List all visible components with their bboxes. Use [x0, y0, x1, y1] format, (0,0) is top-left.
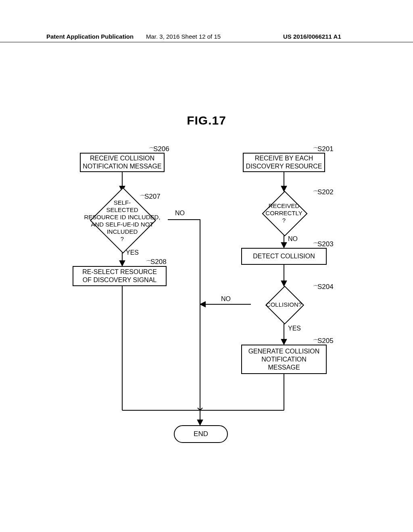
end-text: END — [194, 430, 208, 438]
step-s204-diamond — [265, 286, 304, 324]
step-s206-box: RECEIVE COLLISIONNOTIFICATION MESSAGE — [80, 153, 165, 172]
edge-s207-no: NO — [175, 210, 185, 217]
leader-icon: ⌒ — [146, 260, 151, 267]
header-date-sheet: Mar. 3, 2016 Sheet 12 of 15 — [146, 33, 221, 40]
step-id-text: S208 — [150, 258, 167, 266]
step-s206-id: ⌒ S206 — [153, 145, 169, 153]
step-id-text: S206 — [153, 145, 169, 153]
step-s205-id: ⌒ S205 — [317, 337, 334, 345]
step-s202-id: ⌒ S202 — [317, 188, 334, 196]
step-s202-diamond — [262, 191, 307, 236]
page: Patent Application Publication Mar. 3, 2… — [0, 0, 413, 532]
edge-s207-yes: YES — [126, 249, 139, 256]
step-s201-id: ⌒ S201 — [317, 145, 334, 153]
step-s201-text: RECEIVE BY EACHDISCOVERY RESOURCE — [246, 154, 322, 170]
figure-title: FIG.17 — [0, 114, 413, 127]
page-header: Patent Application Publication Mar. 3, 2… — [0, 33, 413, 42]
leader-icon: ⌒ — [313, 285, 318, 292]
flowchart-connectors — [0, 0, 413, 532]
step-s201-box: RECEIVE BY EACHDISCOVERY RESOURCE — [243, 153, 325, 172]
header-publication: Patent Application Publication — [46, 33, 133, 40]
step-s205-text: GENERATE COLLISIONNOTIFICATIONMESSAGE — [248, 347, 320, 372]
leader-icon: ⌒ — [313, 147, 318, 154]
step-s206-text: RECEIVE COLLISIONNOTIFICATION MESSAGE — [83, 154, 161, 170]
leader-icon: ⌒ — [313, 242, 318, 249]
end-terminator: END — [174, 425, 228, 443]
edge-s204-no: NO — [221, 295, 231, 303]
step-s203-box: DETECT COLLISION — [241, 248, 327, 265]
leader-icon: ⌒ — [313, 339, 318, 346]
step-id-text: S205 — [317, 337, 334, 345]
header-pub-number: US 2016/0066211 A1 — [283, 33, 341, 40]
step-id-text: S204 — [317, 283, 334, 291]
leader-icon: ⌒ — [140, 194, 145, 202]
step-id-text: S201 — [317, 145, 334, 153]
svg-line-9 — [198, 408, 200, 410]
leader-icon: ⌒ — [313, 190, 318, 197]
step-s207-id: ⌒ S207 — [144, 193, 161, 201]
step-id-text: S202 — [317, 188, 334, 196]
step-s203-text: DETECT COLLISION — [253, 252, 315, 260]
step-id-text: S207 — [144, 193, 161, 200]
edge-s204-yes: YES — [288, 325, 301, 332]
step-s208-id: ⌒ S208 — [150, 258, 167, 266]
step-s208-box: RE-SELECT RESOURCEOF DISCOVERY SIGNAL — [73, 266, 167, 286]
step-s205-box: GENERATE COLLISIONNOTIFICATIONMESSAGE — [241, 345, 327, 374]
svg-line-10 — [200, 408, 202, 410]
step-s203-id: ⌒ S203 — [317, 240, 334, 248]
step-s204-id: ⌒ S204 — [317, 283, 334, 291]
step-s208-text: RE-SELECT RESOURCEOF DISCOVERY SIGNAL — [82, 268, 157, 284]
step-id-text: S203 — [317, 240, 334, 248]
edge-s202-no: NO — [288, 235, 298, 243]
leader-icon: ⌒ — [148, 147, 154, 154]
